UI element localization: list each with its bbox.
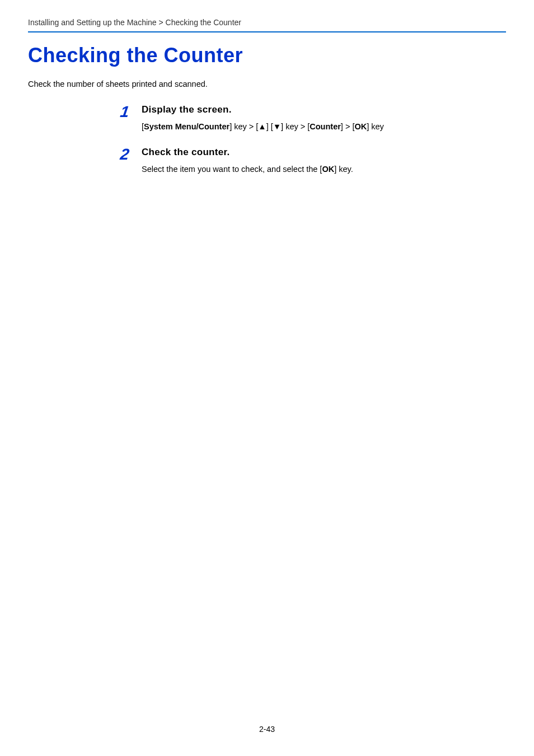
text-bold: Counter: [310, 122, 341, 131]
step-content: Display the screen. [System Menu/Counter…: [142, 104, 506, 133]
step-text: [System Menu/Counter] key > [▲] [▼] key …: [142, 121, 506, 133]
step-number: 2: [119, 147, 133, 162]
step-1: 1 Display the screen. [System Menu/Count…: [120, 104, 506, 133]
text-bold: System Menu/Counter: [144, 122, 229, 131]
divider: [28, 31, 506, 32]
text-part: ] key: [367, 122, 384, 131]
step-text: Select the item you want to check, and s…: [142, 164, 506, 176]
page-title: Checking the Counter: [28, 44, 506, 67]
text-bold: OK: [322, 165, 334, 174]
text-part: Select the item you want to check, and s…: [142, 165, 322, 174]
text-part: ] > [: [341, 122, 355, 131]
intro-text: Check the number of sheets printed and s…: [28, 80, 506, 88]
step-content: Check the counter. Select the item you w…: [142, 147, 506, 176]
page-number: 2-43: [0, 725, 534, 734]
step-heading: Display the screen.: [142, 104, 506, 115]
step-number: 1: [119, 104, 133, 120]
step-2: 2 Check the counter. Select the item you…: [120, 147, 506, 176]
step-heading: Check the counter.: [142, 147, 506, 158]
text-bold: OK: [354, 122, 367, 131]
page-content: Installing and Setting up the Machine > …: [0, 0, 534, 176]
text-part: ] key > [▲] [▼] key > [: [229, 122, 310, 131]
text-part: ] key.: [334, 165, 353, 174]
breadcrumb: Installing and Setting up the Machine > …: [28, 18, 506, 27]
